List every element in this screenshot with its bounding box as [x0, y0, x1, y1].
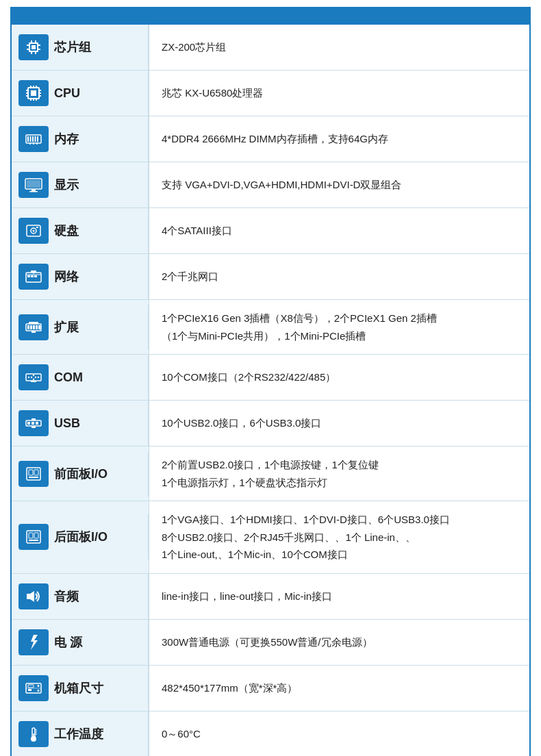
left-cell-network: 网络 — [12, 254, 149, 300]
left-cell-temp: 工作温度 — [12, 711, 149, 756]
front-io-icon — [18, 461, 49, 487]
svg-rect-55 — [29, 322, 38, 324]
svg-rect-7 — [31, 40, 32, 42]
svg-rect-64 — [31, 381, 36, 382]
svg-rect-50 — [27, 325, 29, 329]
svg-rect-8 — [35, 40, 36, 42]
svg-point-84 — [38, 690, 40, 692]
row-value-com: 10个COM接口（2个RS232/422/485） — [149, 355, 530, 401]
chassis-icon — [18, 675, 49, 701]
svg-rect-48 — [34, 273, 34, 274]
svg-rect-3 — [27, 45, 29, 46]
svg-point-40 — [33, 230, 35, 232]
svg-rect-20 — [33, 86, 34, 88]
com-icon — [18, 364, 49, 390]
svg-rect-67 — [32, 422, 34, 425]
spec-table: 芯片组ZX-200芯片组 CPU兆芯 KX-U6580处理器 — [12, 25, 529, 756]
row-value-chassis: 482*450*177mm（宽*深*高） — [149, 665, 530, 711]
svg-rect-37 — [27, 180, 40, 188]
svg-rect-86 — [28, 689, 32, 691]
left-cell-rear-io: 后面板I/O — [12, 501, 149, 574]
row-value-power: 300W普通电源（可更换550W普通/冗余电源） — [149, 619, 530, 665]
left-cell-usb: USB — [12, 401, 149, 446]
left-cell-chassis: 机箱尺寸 — [12, 665, 149, 711]
row-value-chipset: ZX-200芯片组 — [149, 25, 530, 71]
row-value-display: 支持 VGA+DVI-D,VGA+HDMI,HDMI+DVI-D双显组合 — [149, 162, 530, 208]
table-row: 芯片组ZX-200芯片组 — [12, 25, 529, 71]
svg-rect-68 — [36, 422, 38, 425]
svg-point-83 — [38, 685, 40, 687]
left-cell-harddisk: 硬盘 — [12, 208, 149, 254]
left-cell-display: 显示 — [12, 162, 149, 208]
svg-rect-73 — [34, 470, 38, 475]
left-cell-cpu: CPU — [12, 71, 149, 116]
row-value-network: 2个千兆网口 — [149, 254, 530, 300]
svg-rect-10 — [35, 52, 36, 54]
svg-rect-74 — [29, 477, 38, 478]
table-row: 内存4*DDR4 2666MHz DIMM内存插槽，支持64G内存 — [12, 116, 529, 162]
row-label-chassis: 机箱尺寸 — [54, 680, 103, 696]
svg-rect-30 — [37, 136, 38, 142]
row-value-front-io: 2个前置USB2.0接口，1个电源按键，1个复位键1个电源指示灯，1个硬盘状态指… — [149, 446, 530, 501]
row-label-temp: 工作温度 — [54, 726, 103, 742]
memory-icon — [18, 126, 49, 152]
row-value-temp: 0～60°C — [149, 711, 530, 756]
svg-rect-21 — [36, 86, 37, 88]
svg-rect-89 — [33, 733, 34, 738]
svg-rect-17 — [39, 92, 41, 94]
svg-rect-36 — [29, 191, 38, 192]
svg-rect-56 — [32, 331, 36, 333]
svg-rect-15 — [26, 95, 28, 97]
svg-rect-46 — [26, 274, 41, 275]
table-row: 网络2个千兆网口 — [12, 254, 529, 300]
svg-rect-66 — [27, 422, 30, 425]
row-label-usb: USB — [54, 416, 80, 431]
svg-rect-85 — [28, 685, 34, 688]
svg-point-59 — [31, 377, 32, 378]
cpu-icon — [18, 80, 49, 106]
audio-icon — [18, 583, 49, 609]
page-title — [12, 8, 529, 25]
row-value-rear-io: 1个VGA接口、1个HDMI接口、1个DVI-D接口、6个USB3.0接口8个U… — [149, 501, 530, 574]
row-value-cpu: 兆芯 KX-U6580处理器 — [149, 71, 530, 116]
row-label-front-io: 前面板I/O — [54, 466, 108, 482]
svg-rect-69 — [32, 418, 36, 420]
svg-rect-33 — [36, 142, 38, 144]
svg-rect-29 — [35, 136, 36, 142]
row-label-rear-io: 后面板I/O — [54, 529, 108, 545]
row-label-chipset: 芯片组 — [54, 39, 91, 55]
svg-marker-79 — [27, 591, 34, 602]
svg-rect-9 — [31, 52, 32, 54]
svg-rect-47 — [31, 270, 36, 273]
svg-rect-5 — [38, 45, 40, 46]
display-icon — [18, 172, 49, 198]
row-label-cpu: CPU — [54, 86, 80, 101]
table-row: 扩展1个PCIeX16 Gen 3插槽（X8信号），2个PCIeX1 Gen 2… — [12, 300, 529, 355]
svg-rect-78 — [29, 540, 38, 541]
left-cell-front-io: 前面板I/O — [12, 446, 149, 501]
table-row: USB10个USB2.0接口，6个USB3.0接口 — [12, 401, 529, 446]
left-cell-expansion: 扩展 — [12, 300, 149, 355]
row-label-harddisk: 硬盘 — [54, 223, 79, 239]
svg-rect-70 — [32, 426, 36, 428]
table-row: COM10个COM接口（2个RS232/422/485） — [12, 355, 529, 401]
svg-rect-53 — [36, 325, 38, 329]
svg-rect-6 — [38, 49, 40, 50]
svg-point-60 — [33, 375, 34, 376]
spec-table-container: 芯片组ZX-200芯片组 CPU兆芯 KX-U6580处理器 — [10, 7, 531, 756]
usb-icon — [18, 410, 49, 436]
left-cell-com: COM — [12, 355, 149, 401]
svg-rect-77 — [34, 533, 38, 538]
table-row: CPU兆芯 KX-U6580处理器 — [12, 71, 529, 116]
svg-rect-41 — [36, 227, 38, 228]
row-label-network: 网络 — [54, 268, 79, 285]
svg-rect-14 — [26, 92, 28, 94]
rear-io-icon — [18, 524, 49, 550]
row-label-audio: 音频 — [54, 588, 79, 605]
row-value-harddisk: 4个SATAIII接口 — [149, 208, 530, 254]
row-value-memory: 4*DDR4 2666MHz DIMM内存插槽，支持64G内存 — [149, 116, 530, 162]
row-label-power: 电 源 — [54, 634, 82, 651]
table-row: 工作温度0～60°C — [12, 711, 529, 756]
svg-point-61 — [33, 379, 34, 380]
row-label-display: 显示 — [54, 177, 79, 193]
